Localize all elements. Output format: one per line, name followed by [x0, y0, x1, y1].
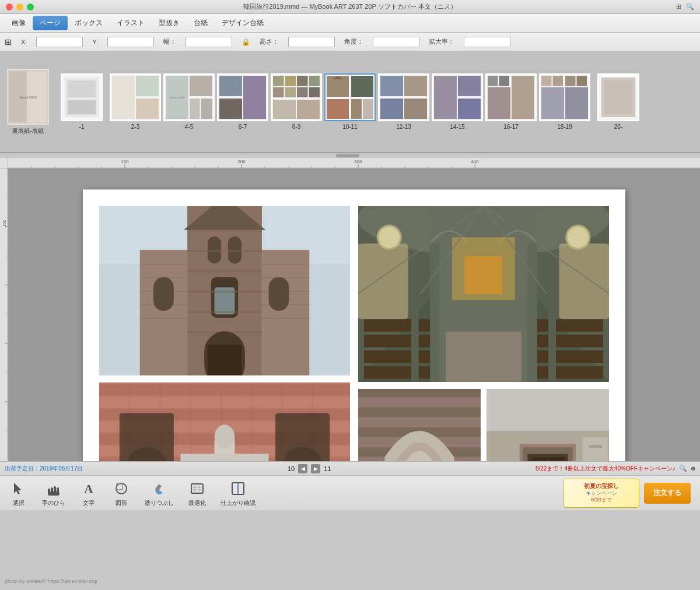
page-thumb-89[interactable]: 8-9 [271, 73, 322, 130]
svg-point-189 [379, 227, 400, 248]
svg-rect-185 [559, 244, 609, 319]
statusbar: 出荷予定日：2019年06月17日 10 ◀ ▶ 11 8/22まで！4冊以上注… [0, 461, 700, 475]
svg-rect-256 [583, 437, 608, 461]
preview-tool[interactable]: 仕上がり確認 [220, 479, 256, 507]
svg-rect-28 [285, 87, 296, 97]
svg-text:100: 100 [2, 220, 6, 227]
photo-person-camera[interactable]: YCARRE [487, 389, 609, 461]
page-label-45: 4-5 [185, 124, 193, 130]
close-button[interactable] [6, 3, 13, 10]
fullscreen-icon[interactable]: ⊞ [676, 3, 681, 10]
svg-rect-181 [528, 244, 537, 382]
next-page-button[interactable]: ▶ [311, 464, 320, 473]
svg-rect-23 [273, 76, 284, 86]
page-label-1213: 12-13 [396, 124, 411, 130]
svg-rect-231 [531, 457, 547, 461]
svg-rect-9 [112, 76, 135, 119]
svg-rect-50 [488, 76, 498, 86]
page-thumb-45[interactable]: weeks a life 4-5 [163, 73, 215, 130]
angle-input[interactable] [373, 37, 419, 47]
svg-text:Seoul 2019: Seoul 2019 [19, 95, 36, 99]
tab-background[interactable]: 台紙 [187, 16, 215, 30]
page-thumb-1[interactable]: -1 [56, 73, 107, 130]
svg-rect-263 [48, 491, 60, 496]
photo-church-interior[interactable] [358, 206, 609, 382]
right-page-bottom: YCARRE [358, 389, 609, 461]
svg-rect-201 [358, 408, 481, 417]
page-thumb-67[interactable]: 6-7 [217, 73, 268, 130]
svg-rect-160 [275, 413, 330, 461]
page-label-1819: 18-19 [557, 124, 572, 130]
hand-tool-label: 手のひら [42, 499, 65, 507]
photo-church-tower[interactable] [99, 206, 350, 375]
maximize-button[interactable] [27, 3, 34, 10]
svg-rect-36 [351, 76, 373, 97]
hand-tool[interactable]: 手のひら [42, 479, 65, 507]
svg-rect-63 [604, 80, 633, 114]
select-tool[interactable]: 選択 [9, 479, 28, 507]
svg-rect-42 [380, 99, 403, 119]
scroll-indicator [0, 153, 700, 158]
scroll-thumb[interactable] [336, 154, 359, 157]
window-controls: ⊞ 🔍 [676, 3, 694, 10]
scale-input[interactable] [464, 37, 510, 47]
svg-rect-55 [541, 76, 552, 86]
photo-archway[interactable] [358, 389, 481, 461]
tab-box[interactable]: ボックス [68, 16, 110, 30]
tab-illustrate[interactable]: イラスト [110, 16, 152, 30]
page-thumb-1415[interactable]: 14-15 [432, 73, 483, 130]
svg-rect-202 [358, 417, 481, 427]
svg-rect-44 [404, 99, 427, 119]
svg-rect-30 [309, 87, 320, 97]
order-button-label: 注文する [653, 488, 681, 498]
page-label-1: -1 [79, 124, 85, 130]
svg-rect-200 [358, 398, 481, 407]
photo-statue[interactable] [99, 382, 350, 461]
ad-banner[interactable]: 初夏の宝探し キャンペーン 6/20まで [564, 479, 639, 508]
right-page: YCARRE [358, 206, 609, 461]
page-spread: YCARRE [83, 189, 625, 461]
svg-rect-57 [565, 76, 576, 86]
order-button[interactable]: 注文する [644, 483, 691, 504]
page-thumb-cover[interactable]: Seoul 2019 裏表紙-表紙 [2, 69, 54, 135]
ruler-row: 100 200 300 400 [0, 158, 700, 168]
minimize-button[interactable] [16, 3, 23, 10]
width-input[interactable] [186, 37, 232, 47]
svg-rect-118 [140, 264, 187, 265]
height-input[interactable] [288, 37, 335, 47]
svg-rect-58 [577, 76, 587, 86]
main-row: 100 [0, 168, 700, 461]
svg-rect-268 [191, 484, 203, 493]
svg-point-191 [567, 227, 589, 248]
tab-page[interactable]: ページ [33, 16, 68, 30]
y-input[interactable] [107, 37, 154, 47]
page-thumb-1213[interactable]: 12-13 [378, 73, 429, 130]
optimize-tool-label: 最適化 [188, 499, 206, 507]
page-thumb-1011[interactable]: 10-11 [324, 73, 376, 130]
svg-rect-52 [488, 87, 510, 119]
shape-tool[interactable]: 図形 [112, 479, 131, 507]
svg-rect-10 [136, 76, 159, 96]
x-input[interactable] [36, 37, 83, 47]
fill-tool[interactable]: 塗りつぶし [145, 479, 174, 507]
search-icon[interactable]: 🔍 [686, 3, 694, 10]
shape-tool-label: 図形 [116, 499, 127, 507]
svg-rect-199 [358, 389, 481, 397]
canvas-scroll[interactable]: YCARRE [8, 168, 700, 461]
tab-design-bg[interactable]: デザイン台紙 [215, 16, 271, 30]
page-thumb-20[interactable]: 20- [593, 73, 644, 130]
zoom-icon[interactable]: 🔍 [679, 465, 687, 472]
prev-page-button[interactable]: ◀ [298, 464, 307, 473]
svg-rect-26 [309, 76, 320, 86]
optimize-tool[interactable]: 最適化 [188, 479, 206, 507]
page-thumb-1819[interactable]: 18-19 [539, 73, 590, 130]
page-thumb-1617[interactable]: 16-17 [485, 73, 537, 130]
tab-image[interactable]: 画像 [5, 16, 33, 30]
svg-rect-174 [364, 350, 430, 363]
text-tool[interactable]: A 文字 [79, 479, 98, 507]
svg-rect-178 [537, 350, 603, 363]
page-thumb-23[interactable]: 2-3 [110, 73, 161, 130]
window-title: 韓国旅行2019.mmd — MyBook ART 263T 20P ソフトカバ… [243, 2, 456, 11]
page-label-23: 2-3 [131, 124, 139, 130]
tab-diecut[interactable]: 型抜き [152, 16, 187, 30]
